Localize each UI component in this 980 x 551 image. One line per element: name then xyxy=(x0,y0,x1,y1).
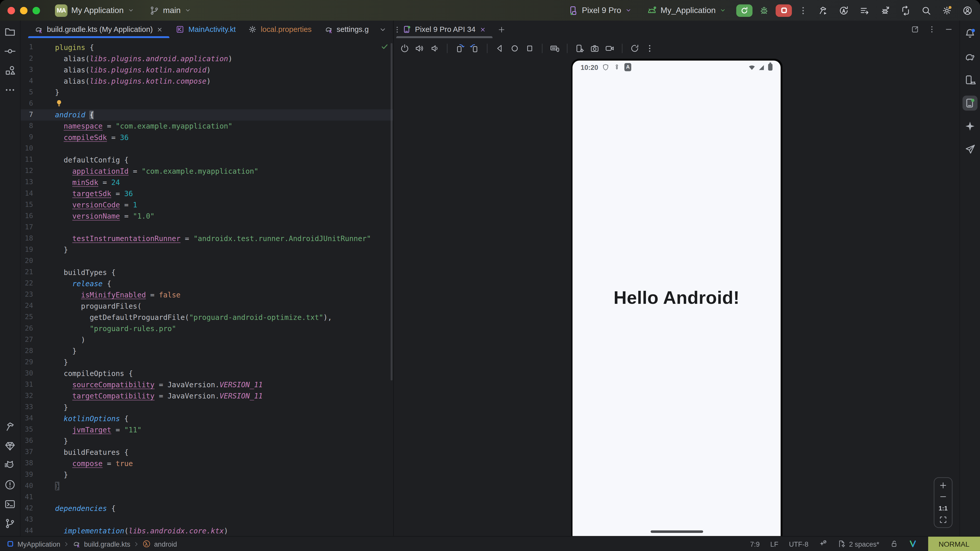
code-line-32[interactable]: 32 targetCompatibility = JavaVersion.VER… xyxy=(21,391,393,402)
device-manager-icon[interactable] xyxy=(963,73,977,87)
kebab-icon[interactable] xyxy=(928,25,936,34)
zoom-window-button[interactable] xyxy=(32,6,40,14)
home-icon[interactable] xyxy=(510,44,519,53)
run-configuration-selector[interactable]: My_Application xyxy=(647,5,726,15)
camera-icon[interactable] xyxy=(590,44,600,53)
code-line-1[interactable]: 1plugins { xyxy=(21,42,393,53)
overview-icon[interactable] xyxy=(525,44,535,53)
caret-position-widget[interactable]: 7:9 xyxy=(750,540,759,548)
close-tab-icon[interactable] xyxy=(479,26,486,33)
folder-icon[interactable] xyxy=(4,26,16,38)
code-line-18[interactable]: 18 testInstrumentationRunner = "androidx… xyxy=(21,233,393,244)
intention-bulb-icon[interactable] xyxy=(55,98,63,106)
code-line-44[interactable]: 44 implementation(libs.androidx.core.ktx… xyxy=(21,526,393,536)
code-line-39[interactable]: 39 } xyxy=(21,469,393,480)
vcs-update-icon[interactable] xyxy=(900,5,911,15)
device-settings-icon[interactable] xyxy=(575,44,584,53)
code-line-33[interactable]: 33 } xyxy=(21,402,393,413)
build-hammer-icon[interactable] xyxy=(4,421,16,432)
gemini-gem-icon[interactable] xyxy=(4,441,16,452)
open-in-new-icon[interactable] xyxy=(911,25,919,34)
code-line-31[interactable]: 31 sourceCompatibility = JavaVersion.VER… xyxy=(21,380,393,391)
minimize-window-button[interactable] xyxy=(20,6,27,14)
rerun-button[interactable] xyxy=(736,4,752,17)
settings-dot-icon[interactable] xyxy=(942,5,952,15)
code-line-15[interactable]: 15 versionCode = 1 xyxy=(21,199,393,210)
code-line-9[interactable]: 9 compileSdk = 36 xyxy=(21,132,393,143)
problems-icon[interactable] xyxy=(4,479,16,490)
code-line-37[interactable]: 37 buildFeatures { xyxy=(21,447,393,458)
minimize-icon[interactable] xyxy=(944,25,953,34)
device-selector[interactable]: Pixel 9 Pro xyxy=(568,5,632,15)
rotate-right-icon[interactable] xyxy=(470,44,479,53)
code-line-25[interactable]: 25 getDefaultProguardFile("proguard-andr… xyxy=(21,312,393,323)
screen-record-icon[interactable] xyxy=(605,44,614,53)
code-line-5[interactable]: 5} xyxy=(21,87,393,98)
ideavim-icon[interactable] xyxy=(908,540,917,548)
build-icon[interactable] xyxy=(818,5,828,15)
plane-icon[interactable] xyxy=(963,142,977,157)
close-window-button[interactable] xyxy=(7,6,15,14)
phone-screen[interactable]: 10:20 A Hello Android! xyxy=(573,60,781,536)
code-line-22[interactable]: 22 release { xyxy=(21,278,393,289)
zoom-actual-size-button[interactable]: 1:1 xyxy=(939,503,948,513)
code-line-14[interactable]: 14 targetSdk = 36 xyxy=(21,188,393,199)
back-icon[interactable] xyxy=(495,44,504,53)
kebab-icon[interactable] xyxy=(645,44,654,53)
inspections-ok-icon[interactable] xyxy=(380,43,389,51)
code-line-21[interactable]: 21 buildTypes { xyxy=(21,267,393,278)
code-line-10[interactable]: 10 xyxy=(21,143,393,154)
encoding-widget[interactable]: UTF-8 xyxy=(789,540,808,548)
code-line-2[interactable]: 2 alias(libs.plugins.android.application… xyxy=(21,53,393,64)
debug-button[interactable] xyxy=(759,5,770,16)
code-line-40[interactable]: 40} xyxy=(21,480,393,492)
breadcrumb-project[interactable]: MyApplication xyxy=(6,540,60,548)
code-line-35[interactable]: 35 jvmTarget = "11" xyxy=(21,424,393,435)
code-line-11[interactable]: 11 defaultConfig { xyxy=(21,154,393,165)
code-line-17[interactable]: 17 xyxy=(21,222,393,233)
code-line-43[interactable]: 43 xyxy=(21,514,393,526)
todo-list-icon[interactable] xyxy=(859,5,869,15)
vcs-branch-widget[interactable]: main xyxy=(149,5,191,15)
code-line-6[interactable]: 6 xyxy=(21,98,393,109)
code-line-13[interactable]: 13 minSdk = 24 xyxy=(21,177,393,188)
tab-pixel-9-pro-api-34[interactable]: Pixel 9 Pro API 34 xyxy=(396,21,492,38)
resource-manager-icon[interactable] xyxy=(4,65,16,76)
volume-down-icon[interactable] xyxy=(430,44,439,53)
code-line-3[interactable]: 3 alias(libs.plugins.kotlin.android) xyxy=(21,64,393,76)
indent-widget[interactable]: 2 spaces* xyxy=(838,540,879,548)
rotate-left-icon[interactable] xyxy=(455,44,465,53)
gradle-elephant-icon[interactable] xyxy=(963,49,977,64)
search-icon[interactable] xyxy=(921,5,931,15)
zoom-in-button[interactable] xyxy=(939,481,947,490)
account-icon[interactable] xyxy=(963,5,972,15)
code-line-8[interactable]: 8 namespace = "com.example.myapplication… xyxy=(21,121,393,132)
code-editor[interactable]: 1plugins {2 alias(libs.plugins.android.a… xyxy=(21,38,393,536)
code-line-7[interactable]: 7android { xyxy=(21,110,393,121)
tab-settings-gradle[interactable]: K settings.g xyxy=(318,21,375,38)
code-line-27[interactable]: 27 ) xyxy=(21,334,393,345)
code-line-12[interactable]: 12 applicationId = "com.example.myapplic… xyxy=(21,165,393,177)
git-branch-icon[interactable] xyxy=(4,518,16,529)
code-line-34[interactable]: 34 kotlinOptions { xyxy=(21,413,393,424)
running-devices-icon[interactable] xyxy=(963,96,977,111)
navigation-handle[interactable] xyxy=(650,530,703,533)
code-line-42[interactable]: 42dependencies { xyxy=(21,503,393,514)
line-separator-widget[interactable]: LF xyxy=(770,540,778,548)
snapshot-reset-icon[interactable] xyxy=(630,44,640,53)
code-line-38[interactable]: 38 compose = true xyxy=(21,458,393,469)
tab-build-gradle-kts[interactable]: K build.gradle.kts (My Application) xyxy=(28,21,170,38)
gemini-sparkle-icon[interactable] xyxy=(963,119,977,134)
unlocked-icon[interactable] xyxy=(890,540,898,548)
stop-button[interactable] xyxy=(776,4,792,17)
debug-restart-icon[interactable] xyxy=(880,5,890,15)
code-line-20[interactable]: 20 xyxy=(21,256,393,267)
project-widget[interactable]: MA My Application xyxy=(55,4,135,17)
code-line-29[interactable]: 29 } xyxy=(21,357,393,368)
zoom-out-button[interactable] xyxy=(939,492,947,501)
code-line-28[interactable]: 28 } xyxy=(21,345,393,357)
notifications-bell-icon[interactable] xyxy=(963,26,977,41)
breadcrumb-file[interactable]: K build.gradle.kts xyxy=(73,540,130,548)
code-line-26[interactable]: 26 "proguard-rules.pro" xyxy=(21,323,393,334)
logcat-cat-icon[interactable] xyxy=(4,460,16,471)
